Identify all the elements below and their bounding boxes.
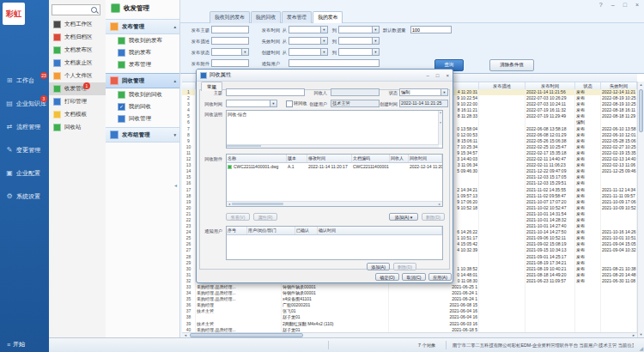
table-row[interactable]: 34采购经理.品质经理...铸钢件轴承000012021-06-24 1 xyxy=(182,290,637,296)
chevron-up-icon[interactable]: ▴ xyxy=(173,78,176,83)
tab-received-publish[interactable]: 我收到的发布 xyxy=(210,11,250,23)
column-header[interactable]: 回收人 xyxy=(390,155,409,162)
sidebar-item-workbench[interactable]: ⊞工作台23 xyxy=(0,69,49,92)
expire-time-to-select[interactable]: ▾ xyxy=(338,37,380,45)
docnav-item-doc-obsolete[interactable]: 文档废止区 xyxy=(49,57,106,70)
vertical-scroll-thumb[interactable] xyxy=(639,89,643,132)
docnav-item-doc-workspace[interactable]: 文档工作区 xyxy=(49,18,106,31)
tab-my-recall[interactable]: 我的回收 xyxy=(251,11,281,23)
chevron-down-icon[interactable]: ▾ xyxy=(372,49,379,55)
funcnav-group-recall-mgmt[interactable]: 回收管理▴ xyxy=(106,73,179,88)
chevron-down-icon[interactable]: ▾ xyxy=(440,89,447,95)
column-header[interactable]: 序号 xyxy=(227,227,247,234)
add-notify-user-button[interactable]: 添加(A) xyxy=(367,263,390,270)
ok-button[interactable]: 确定(O) xyxy=(375,273,399,281)
maximize-icon[interactable]: □ xyxy=(623,2,627,8)
search-input[interactable] xyxy=(52,8,91,13)
close-icon[interactable]: × xyxy=(446,73,449,78)
column-header[interactable]: 发布描述 xyxy=(479,82,526,89)
transfer-recall-checkbox[interactable] xyxy=(286,100,293,107)
funcnav-item-my-publish[interactable]: 我的发布 xyxy=(106,46,179,58)
docnav-item-print-mgmt[interactable]: 打印管理 xyxy=(49,95,106,108)
sidebar-item-knowledge-base[interactable]: ▤企业知识库3 xyxy=(0,92,49,115)
column-header[interactable]: 确认时间 xyxy=(318,227,442,234)
maximize-icon[interactable]: □ xyxy=(436,73,440,78)
recall-time-select[interactable]: ▾ xyxy=(226,100,277,107)
subject-input[interactable] xyxy=(226,88,305,96)
column-header[interactable]: 修改时间 xyxy=(307,155,352,162)
chevron-down-icon[interactable]: ▾ xyxy=(270,100,276,106)
chevron-down-icon[interactable]: ▾ xyxy=(320,38,327,44)
column-header[interactable]: 发布时间 xyxy=(526,82,575,89)
sidebar-item-enterprise-config[interactable]: ▣企业配置 xyxy=(0,161,49,185)
view-attachment-button[interactable]: 查看(V) xyxy=(226,213,250,221)
chevron-up-icon[interactable]: ▴ xyxy=(173,24,176,29)
notify-user-input[interactable] xyxy=(289,59,380,67)
table-row[interactable]: 35采购经理.品质经理...x4设备图411012021-06-24 1 xyxy=(182,296,637,302)
apply-button[interactable]: 应用(A) xyxy=(428,273,452,281)
docnav-item-send-receive[interactable]: 收发管理1 xyxy=(49,82,106,95)
column-header[interactable]: 文档编码 xyxy=(352,155,390,162)
chevron-down-icon[interactable]: ▾ xyxy=(372,38,379,44)
column-header[interactable]: 失效时间 xyxy=(601,82,637,89)
desc-input[interactable] xyxy=(211,37,249,45)
panel-collapse-handle[interactable]: ◂ xyxy=(174,182,177,188)
pub-time-to-select[interactable]: ▾ xyxy=(338,26,380,33)
vertical-scrollbar[interactable]: ▲ ▼ xyxy=(637,82,644,337)
create-time-from-select[interactable]: ▾ xyxy=(289,48,328,56)
column-header[interactable]: 状态 xyxy=(575,82,601,89)
status-select[interactable]: ▾ xyxy=(211,48,249,56)
remove-notify-user-button[interactable]: 删除(D) xyxy=(393,263,416,270)
search-icon[interactable] xyxy=(91,7,97,13)
minimize-icon[interactable]: – xyxy=(427,73,429,78)
resize-grip-icon[interactable]: ◢ xyxy=(639,345,643,351)
sidebar-item-change-mgmt[interactable]: ✎变更管理 xyxy=(0,138,49,161)
table-row[interactable]: 33采购经理.品质经理...铸钢件轴承000012021-06-25 1 xyxy=(182,284,637,290)
scroll-up-icon[interactable]: ▲ xyxy=(638,82,644,88)
cancel-button[interactable]: 取消(C) xyxy=(402,273,426,281)
pub-time-from-select[interactable]: ▾ xyxy=(289,26,328,33)
funcnav-item-received-recall[interactable]: 我收到的回收 xyxy=(106,88,179,100)
recall-note-textarea[interactable]: 回收-综合 ▲▼ xyxy=(226,110,443,149)
docnav-item-recycle-bin[interactable]: 回收站 xyxy=(49,121,106,134)
docnav-item-doc-publish[interactable]: 文档发布区 xyxy=(49,44,106,57)
note-horizontal-scrollbar[interactable] xyxy=(227,144,439,148)
funcnav-group-publish-group-mgmt[interactable]: 发布组管理▾ xyxy=(106,127,179,143)
table-row[interactable]: 38赵子龙012021-06-04 16 xyxy=(182,314,637,320)
chevron-down-icon[interactable]: ▾ xyxy=(241,49,248,55)
close-icon[interactable]: × xyxy=(635,2,639,8)
create-time-to-select[interactable]: ▾ xyxy=(338,48,380,56)
tab-publish-admin[interactable]: 发布管理 xyxy=(282,11,312,23)
column-header[interactable]: 用户/岗位/部门 xyxy=(247,227,295,234)
docnav-item-personal-files[interactable]: 个人文件区 xyxy=(49,70,106,82)
clear-conditions-button[interactable]: 清除条件值 xyxy=(489,59,534,71)
chevron-down-icon[interactable]: ▾ xyxy=(320,49,327,55)
funcnav-group-publish-mgmt[interactable]: 发布管理▴ xyxy=(106,19,179,34)
column-header[interactable]: 回收时间 xyxy=(409,155,442,162)
scroll-down-icon[interactable]: ▼ xyxy=(638,331,644,337)
sidebar-item-system-settings[interactable]: ⚙系统设置 xyxy=(0,185,49,208)
column-header[interactable]: 名称 xyxy=(227,155,287,162)
column-header[interactable]: 已确认 xyxy=(295,227,318,234)
default-count-input[interactable] xyxy=(410,26,452,33)
tab-my-publish[interactable]: 我的发布 xyxy=(313,11,343,23)
column-header[interactable] xyxy=(182,82,196,89)
dialog-titlebar[interactable]: 回收属性 –□× xyxy=(197,70,453,82)
funcnav-item-recall-admin[interactable]: 回收管理 xyxy=(106,112,179,124)
column-header[interactable]: 版本 xyxy=(287,155,307,162)
attach-input[interactable] xyxy=(211,59,249,67)
chevron-down-icon[interactable]: ▾ xyxy=(320,27,327,33)
funcnav-item-publish-admin[interactable]: 发布管理 xyxy=(106,58,179,70)
chevron-down-icon[interactable]: ▾ xyxy=(173,132,176,137)
docnav-item-doc-archive[interactable]: 文档归档区 xyxy=(49,31,106,44)
subject-input[interactable] xyxy=(211,26,249,33)
remove-attachment-button[interactable]: 删除(D) xyxy=(422,213,445,221)
attachment-props-button[interactable]: 属性(R) xyxy=(253,213,277,221)
docnav-item-doc-template[interactable]: 文档模板 xyxy=(49,108,106,121)
note-vertical-scrollbar[interactable]: ▲▼ xyxy=(438,111,442,145)
table-row[interactable]: 36采购经理广船002002012021-06-08 15 xyxy=(182,302,637,308)
attachment-row[interactable]: CWC22111400001.dwgA.12022-11-14 11:20:17… xyxy=(227,163,442,171)
attachments-horizontal-scrollbar[interactable]: ◄► xyxy=(227,201,442,206)
table-row[interactable]: 37技术主管张飞012021-06-04 16 xyxy=(182,308,637,314)
expire-time-from-select[interactable]: ▾ xyxy=(289,37,328,45)
